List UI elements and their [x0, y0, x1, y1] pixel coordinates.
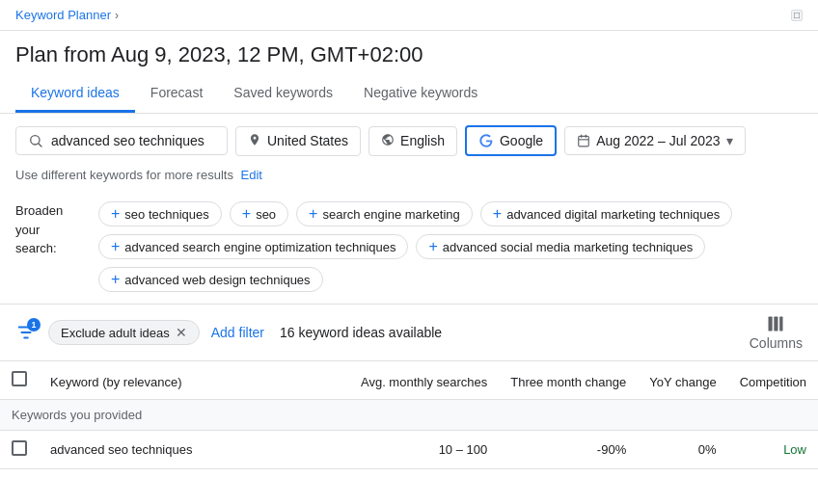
three-month-cell: -90%	[499, 431, 638, 469]
svg-rect-7	[775, 317, 778, 332]
col-header-yoy: YoY change	[638, 361, 727, 400]
broaden-tag-admt[interactable]: + advanced digital marketing techniques	[480, 201, 732, 226]
competition-cell: Low	[728, 431, 818, 469]
exclude-adult-chip: Exclude adult ideas ✕	[48, 320, 200, 345]
broaden-label: Broadenyoursearch:	[15, 201, 83, 258]
svg-rect-8	[780, 317, 783, 332]
location-icon	[248, 133, 261, 149]
filter-badge: 1	[27, 318, 41, 332]
columns-label: Columns	[750, 335, 803, 351]
search-box[interactable]	[15, 126, 228, 155]
plus-icon: +	[309, 206, 317, 222]
add-filter-button[interactable]: Add filter	[211, 325, 264, 340]
hint-text: Use different keywords for more results	[15, 168, 233, 182]
table-row: advanced seo techniques 10 – 100 -90% 0%…	[0, 431, 818, 469]
tab-keyword-ideas[interactable]: Keyword ideas	[15, 75, 135, 113]
page-title: Plan from Aug 9, 2023, 12 PM, GMT+02:00	[15, 42, 803, 67]
exclude-chip-label: Exclude adult ideas	[61, 326, 170, 340]
section-label-row: Keywords you provided	[0, 400, 818, 431]
broaden-tag-sem[interactable]: + search engine marketing	[296, 201, 473, 226]
row-checkbox-cell	[0, 431, 39, 469]
calendar-icon	[577, 134, 590, 147]
col-header-checkbox	[0, 361, 39, 400]
avg-monthly-cell: 10 – 100	[349, 431, 499, 469]
exclude-chip-close-button[interactable]: ✕	[176, 325, 187, 340]
col-header-competition: Competition	[728, 361, 818, 400]
broaden-tag-aseo[interactable]: + advanced search engine optimization te…	[98, 234, 408, 259]
window-controls: □	[791, 10, 803, 21]
col-header-keyword: Keyword (by relevance)	[39, 361, 349, 400]
plus-icon: +	[242, 206, 251, 222]
columns-icon	[766, 314, 785, 333]
broaden-tag-asmt[interactable]: + advanced social media marketing techni…	[416, 234, 705, 259]
filter-icon-wrapper: 1	[15, 322, 37, 343]
col-header-three-month: Three month change	[499, 361, 638, 400]
plus-icon: +	[111, 206, 120, 222]
network-label: Google	[500, 133, 543, 148]
edit-link[interactable]: Edit	[241, 168, 262, 182]
keyword-cell: advanced seo techniques	[39, 431, 349, 469]
network-chip[interactable]: Google	[465, 125, 557, 156]
hint-row: Use different keywords for more results …	[0, 168, 818, 190]
table-wrapper: Keyword (by relevance) Avg. monthly sear…	[0, 361, 818, 469]
tab-saved-keywords[interactable]: Saved keywords	[218, 75, 348, 113]
row-checkbox[interactable]	[12, 440, 27, 456]
date-range-label: Aug 2022 – Jul 2023	[596, 133, 720, 148]
search-filter-row: United States English Google Aug 2022 – …	[0, 114, 818, 168]
location-label: United States	[267, 133, 348, 148]
svg-line-1	[39, 144, 41, 146]
tab-forecast[interactable]: Forecast	[135, 75, 218, 113]
keyword-count-text: 16 keyword ideas available	[280, 325, 442, 340]
plus-icon: +	[493, 206, 502, 222]
keywords-table: Keyword (by relevance) Avg. monthly sear…	[0, 361, 818, 469]
broaden-tag-awdt[interactable]: + advanced web design techniques	[98, 267, 323, 292]
broaden-tag-seo[interactable]: + seo	[230, 201, 288, 226]
competition-badge: Low	[783, 442, 806, 457]
broaden-tags: + seo techniques + seo + search engine m…	[98, 201, 803, 292]
select-all-checkbox[interactable]	[12, 371, 27, 386]
date-dropdown-arrow: ▾	[726, 133, 733, 148]
page-title-section: Plan from Aug 9, 2023, 12 PM, GMT+02:00	[0, 31, 818, 67]
breadcrumb-link[interactable]: Keyword Planner ›	[15, 8, 119, 22]
section-label: Keywords you provided	[0, 400, 818, 431]
plus-icon: +	[111, 239, 120, 254]
tabs-container: Keyword ideas Forecast Saved keywords Ne…	[0, 75, 818, 114]
maximize-button[interactable]: □	[791, 10, 803, 21]
col-header-avg-monthly: Avg. monthly searches	[349, 361, 499, 400]
search-icon	[28, 133, 43, 148]
svg-rect-6	[769, 317, 773, 332]
location-filter-chip[interactable]: United States	[235, 126, 361, 156]
language-filter-chip[interactable]: English	[368, 126, 457, 156]
svg-rect-2	[579, 136, 589, 146]
broaden-tag-seo-techniques[interactable]: + seo techniques	[98, 201, 222, 226]
tab-negative-keywords[interactable]: Negative keywords	[348, 75, 493, 113]
breadcrumb-chevron: ›	[115, 9, 119, 22]
yoy-cell: 0%	[638, 431, 727, 469]
columns-button[interactable]: Columns	[750, 314, 803, 351]
language-label: English	[400, 133, 445, 148]
date-range-chip[interactable]: Aug 2022 – Jul 2023 ▾	[564, 126, 745, 155]
language-icon	[381, 133, 395, 149]
top-bar: Keyword Planner › □	[0, 0, 818, 31]
search-input[interactable]	[51, 133, 215, 148]
plus-icon: +	[428, 239, 437, 254]
google-icon	[478, 133, 494, 148]
plus-icon: +	[111, 272, 120, 287]
filter-bar: 1 Exclude adult ideas ✕ Add filter 16 ke…	[0, 305, 818, 361]
broaden-section: Broadenyoursearch: + seo techniques + se…	[0, 190, 818, 305]
breadcrumb-text: Keyword Planner	[15, 8, 111, 22]
